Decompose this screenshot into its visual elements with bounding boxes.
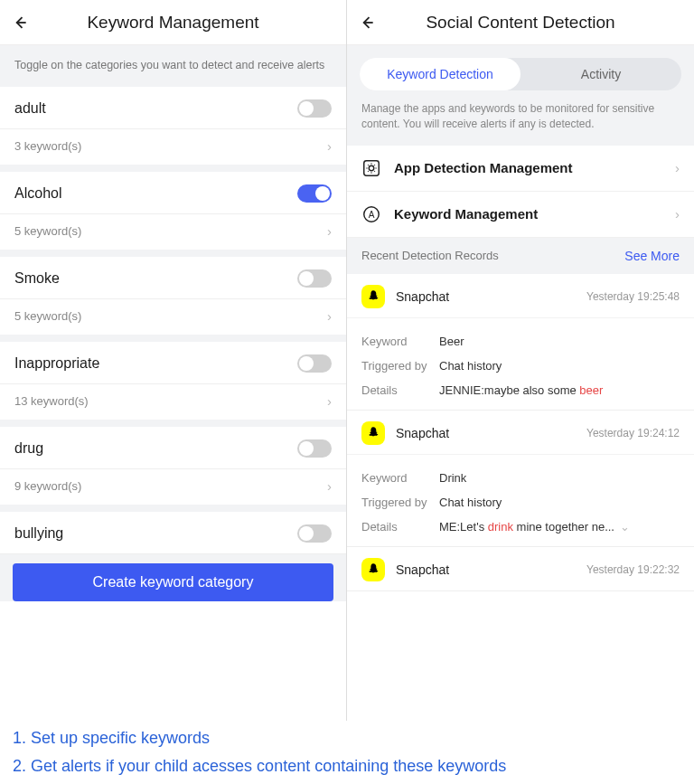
category-count: 9 keyword(s) <box>14 479 81 493</box>
category-toggle[interactable] <box>297 524 332 543</box>
record-triggered-label: Triggered by <box>361 496 439 509</box>
svg-point-1 <box>369 165 374 171</box>
gap <box>0 165 346 172</box>
category-count: 5 keyword(s) <box>14 309 81 323</box>
keyword-management-pane: Keyword Management Toggle on the categor… <box>0 0 347 721</box>
category-count: 13 keyword(s) <box>14 394 89 408</box>
record-triggered-value: Chat history <box>439 496 680 509</box>
record-keyword-value: Beer <box>439 335 680 348</box>
category-row: drug 9 keyword(s) › <box>0 427 346 505</box>
record-app-name: Snapchat <box>396 289 586 304</box>
category-header: adult <box>0 87 346 129</box>
keyword-management-label: Keyword Management <box>394 206 675 222</box>
category-name: adult <box>14 100 46 117</box>
social-content-detection-pane: Social Content Detection Keyword Detecti… <box>347 0 694 721</box>
record-timestamp: Yesterday 19:24:12 <box>586 427 680 439</box>
category-count: 5 keyword(s) <box>14 224 81 238</box>
create-button-wrap: Create keyword category <box>0 554 346 601</box>
record-details-row: Details ME:Let's drink mine together ne.… <box>361 520 680 534</box>
chevron-down-icon[interactable]: ⌄ <box>620 520 630 534</box>
snapchat-icon <box>361 558 385 581</box>
category-row: Smoke 5 keyword(s) › <box>0 257 346 335</box>
tab-row-wrap: Keyword Detection Activity <box>347 45 694 90</box>
page-title: Keyword Management <box>11 13 335 33</box>
category-row: bullying <box>0 512 346 554</box>
category-toggle[interactable] <box>297 269 332 288</box>
record-details-row: Details JENNIE:maybe also some beer <box>361 383 680 397</box>
category-name: drug <box>14 440 43 457</box>
detection-record[interactable]: Snapchat Yesterday 19:22:32 <box>347 547 694 591</box>
header: Keyword Management <box>0 0 346 45</box>
keyword-a-icon: A <box>361 204 381 224</box>
category-keyword-count-row[interactable]: 5 keyword(s) › <box>0 299 346 335</box>
category-header: bullying <box>0 512 346 554</box>
record-triggered-label: Triggered by <box>361 359 439 373</box>
record-header: Snapchat Yesterday 19:25:48 <box>347 274 694 317</box>
category-keyword-count-row[interactable]: 3 keyword(s) › <box>0 129 346 165</box>
create-keyword-category-button[interactable]: Create keyword category <box>13 563 333 601</box>
recent-records-label: Recent Detection Records <box>361 249 499 262</box>
intro-text: Toggle on the categories you want to det… <box>0 45 346 87</box>
tab-row: Keyword Detection Activity <box>360 58 681 90</box>
snapchat-icon <box>361 285 385 308</box>
category-header: Smoke <box>0 257 346 299</box>
chevron-right-icon: › <box>675 160 680 175</box>
keyword-management-row[interactable]: A Keyword Management › <box>347 192 694 238</box>
footer-annotations: 1. Set up specific keywords 2. Get alert… <box>0 721 694 779</box>
record-header: Snapchat Yesterday 19:24:12 <box>347 411 694 454</box>
record-keyword-label: Keyword <box>361 471 439 485</box>
category-row: adult 3 keyword(s) › <box>0 87 346 165</box>
see-more-link[interactable]: See More <box>624 249 680 263</box>
chevron-right-icon: › <box>327 138 332 154</box>
record-details-label: Details <box>361 383 439 397</box>
record-header: Snapchat Yesterday 19:22:32 <box>347 547 694 590</box>
footer-line-1: 1. Set up specific keywords <box>13 724 681 752</box>
category-count: 3 keyword(s) <box>14 139 81 153</box>
footer-line-2: 2. Get alerts if your child acesses cont… <box>13 752 681 780</box>
category-row: Inappropriate 13 keyword(s) › <box>0 342 346 420</box>
category-keyword-count-row[interactable]: 13 keyword(s) › <box>0 384 346 420</box>
record-triggered-value: Chat history <box>439 359 680 373</box>
gap <box>0 335 346 342</box>
record-app-name: Snapchat <box>396 562 586 577</box>
record-timestamp: Yesterday 19:22:32 <box>586 563 680 576</box>
detection-record[interactable]: Snapchat Yesterday 19:24:12 Keyword Drin… <box>347 411 694 547</box>
category-header: Alcohol <box>0 172 346 214</box>
tab-keyword-detection[interactable]: Keyword Detection <box>360 58 520 90</box>
tab-activity[interactable]: Activity <box>520 58 681 90</box>
category-toggle[interactable] <box>297 354 332 373</box>
category-keyword-count-row[interactable]: 5 keyword(s) › <box>0 214 346 250</box>
chevron-right-icon: › <box>327 393 332 409</box>
record-keyword-row: Keyword Beer <box>361 335 680 348</box>
record-details-value: JENNIE:maybe also some beer <box>439 383 680 397</box>
gap <box>0 420 346 427</box>
category-row: Alcohol 5 keyword(s) › <box>0 172 346 250</box>
record-details-value: ME:Let's drink mine together ne...⌄ <box>439 520 680 534</box>
gear-box-icon <box>361 158 381 178</box>
record-triggered-row: Triggered by Chat history <box>361 359 680 373</box>
category-toggle[interactable] <box>297 184 332 203</box>
category-toggle[interactable] <box>297 439 332 458</box>
page-title: Social Content Detection <box>358 13 683 33</box>
category-name: Alcohol <box>14 185 61 202</box>
record-timestamp: Yesterday 19:25:48 <box>586 290 680 303</box>
record-keyword-row: Keyword Drink <box>361 471 680 485</box>
snapchat-icon <box>361 421 385 445</box>
gap <box>0 505 346 512</box>
chevron-right-icon: › <box>327 223 332 239</box>
category-toggle[interactable] <box>297 99 332 118</box>
app-detection-management-row[interactable]: App Detection Management › <box>347 146 694 192</box>
svg-text:A: A <box>369 209 375 219</box>
record-details-label: Details <box>361 520 439 534</box>
chevron-right-icon: › <box>327 478 332 494</box>
app-detection-label: App Detection Management <box>394 160 675 175</box>
header: Social Content Detection <box>347 0 694 45</box>
description-text: Manage the apps and keywords to be monit… <box>347 90 694 146</box>
record-keyword-value: Drink <box>439 471 680 485</box>
gap <box>0 250 346 257</box>
record-body: Keyword Drink Triggered by Chat history … <box>347 454 694 546</box>
category-header: drug <box>0 427 346 469</box>
category-keyword-count-row[interactable]: 9 keyword(s) › <box>0 469 346 505</box>
detection-record[interactable]: Snapchat Yesterday 19:25:48 Keyword Beer… <box>347 274 694 411</box>
category-name: bullying <box>14 525 63 542</box>
